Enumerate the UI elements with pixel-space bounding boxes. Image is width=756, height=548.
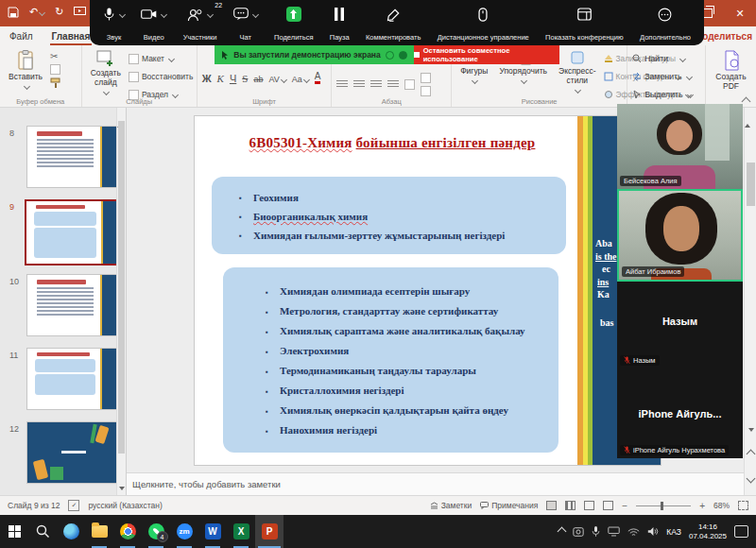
columns-icon[interactable] (404, 79, 415, 90)
cut-icon[interactable]: ✂ (50, 51, 60, 61)
create-pdf-button[interactable]: Создать PDF (711, 48, 751, 94)
stop-share-button[interactable]: Остановить совместное использование (414, 45, 559, 64)
scrollbar-thumb[interactable] (747, 163, 755, 206)
save-icon[interactable] (8, 7, 19, 18)
align-right-icon[interactable] (370, 80, 382, 89)
tray-volume-icon[interactable] (647, 526, 659, 537)
reading-view-button[interactable] (584, 501, 594, 510)
thumbnail-slide-11[interactable] (26, 348, 117, 410)
align-center-icon[interactable] (353, 80, 365, 89)
taskbar-zoom[interactable]: zm (170, 515, 198, 548)
remote-control-button[interactable]: Дистанционное управление (436, 4, 531, 43)
audio-menu-chevron[interactable] (119, 10, 126, 17)
annotate-button[interactable]: Комментировать (364, 4, 422, 43)
start-button[interactable] (0, 515, 28, 548)
video-menu-chevron[interactable] (161, 10, 167, 17)
scrollbar-thumb[interactable] (118, 121, 125, 454)
change-case-button[interactable]: Aa (292, 75, 309, 84)
undo-icon[interactable]: ↶ (29, 6, 44, 18)
align-text-icon[interactable] (421, 86, 431, 96)
previous-slide-button[interactable] (747, 450, 756, 459)
italic-button[interactable]: К (217, 73, 224, 84)
audio-button[interactable]: Звук (101, 4, 127, 43)
zoom-slider[interactable] (636, 505, 691, 506)
fit-to-window-button[interactable] (738, 501, 748, 510)
taskbar-edge[interactable] (57, 515, 85, 548)
thumbnail-slide-12[interactable] (26, 421, 117, 484)
video-button[interactable]: Видео (139, 4, 168, 43)
highlight-button[interactable]: ab (253, 75, 263, 84)
underline-button[interactable]: Ч (230, 73, 236, 84)
taskbar-word[interactable]: W (198, 515, 227, 548)
slideshow-icon[interactable] (74, 7, 86, 17)
format-painter-icon[interactable] (50, 77, 60, 90)
tray-expand-chevron[interactable] (558, 527, 567, 537)
new-slide-button[interactable]: Создать слайд (87, 48, 125, 96)
participants-menu-chevron[interactable] (207, 10, 214, 17)
zoom-out-button[interactable]: − (622, 501, 627, 511)
video-tile-active-speaker[interactable]: Айбат Ибраимов (617, 189, 743, 282)
main-vertical-scrollbar[interactable] (744, 108, 756, 495)
tab-file[interactable]: Файл (0, 26, 43, 45)
video-tile[interactable]: iPhone Айгуль... iPhone Айгуль Нурахмето… (617, 368, 743, 458)
layout-button[interactable]: Макет (129, 51, 193, 66)
video-tile[interactable]: Назым Назым (617, 282, 743, 368)
slide-9[interactable]: 6В05301-Химия бойынша енгізілген пәндер … (194, 115, 662, 466)
scroll-down-arrow[interactable] (748, 428, 754, 432)
taskbar-file-explorer[interactable] (85, 515, 113, 548)
character-spacing-button[interactable]: AV (268, 75, 285, 84)
thumbnail-scrollbar[interactable] (116, 108, 126, 495)
slide-content-box-1[interactable]: Геохимия Биоорганикалық химия Химиядан ғ… (212, 177, 566, 254)
slide-title[interactable]: 6В05301-Химия бойынша енгізілген пәндер (210, 135, 575, 151)
language-status[interactable]: русский (Казахстан) (88, 501, 162, 510)
taskbar-search-button[interactable] (28, 515, 57, 548)
font-color-button[interactable]: А (315, 71, 321, 84)
taskbar-whatsapp[interactable]: 4 (142, 515, 170, 548)
thumbnail-slide-10[interactable] (26, 274, 117, 336)
share-screen-button[interactable]: Поделиться (272, 4, 315, 43)
thumbnail-slide-8[interactable] (26, 126, 117, 188)
zoom-in-button[interactable]: + (699, 501, 705, 511)
find-button[interactable]: Найти (632, 51, 693, 66)
tray-mic-icon[interactable] (592, 525, 600, 538)
select-button[interactable]: Выделить (632, 87, 693, 102)
strikethrough-button[interactable]: S (242, 73, 248, 84)
paste-button[interactable]: Вставить (5, 48, 46, 91)
justify-icon[interactable] (387, 80, 399, 89)
slide-content-box-2[interactable]: Химиядан олимпиада есептерін шығару Метр… (223, 267, 558, 453)
tray-app-icon[interactable] (573, 526, 584, 538)
taskbar-clock[interactable]: 14:16 07.04.2025 (689, 522, 727, 541)
tray-network-icon[interactable] (627, 527, 640, 537)
video-tile[interactable]: Бейсекова Алия (617, 104, 743, 189)
text-direction-icon[interactable] (421, 73, 431, 83)
bold-button[interactable]: Ж (202, 73, 212, 84)
copy-icon[interactable] (50, 64, 60, 75)
show-meeting-button[interactable]: Показать конференцию (543, 4, 626, 43)
next-slide-button[interactable] (747, 474, 756, 484)
zoom-level[interactable]: 68% (713, 501, 730, 510)
scroll-up-arrow[interactable] (745, 108, 750, 128)
redo-icon[interactable]: ↻ (55, 6, 63, 18)
action-center-icon[interactable] (734, 525, 748, 538)
chat-menu-chevron[interactable] (252, 10, 259, 17)
slide-sorter-view-button[interactable] (565, 501, 576, 510)
taskbar-chrome[interactable] (113, 515, 142, 548)
close-window-button[interactable]: ✕ (724, 0, 756, 26)
replace-button[interactable]: Заменить (632, 69, 693, 84)
quick-styles-button[interactable]: Экспресс-стили (555, 48, 600, 94)
taskbar-excel[interactable]: X (227, 515, 255, 548)
participants-button[interactable]: 22 Участники (181, 4, 219, 43)
tray-display-icon[interactable] (608, 526, 620, 537)
more-button[interactable]: Дополнительно (638, 4, 693, 43)
pause-share-button[interactable]: Пауза (328, 4, 352, 43)
reset-button[interactable]: Восстановить (129, 69, 193, 84)
chat-button[interactable]: Чат (232, 4, 260, 43)
normal-view-button[interactable] (546, 501, 557, 510)
keyboard-language[interactable]: КАЗ (666, 527, 681, 537)
scroll-down-arrow[interactable] (119, 487, 125, 490)
zoom-slider-thumb[interactable] (661, 502, 663, 510)
notes-toggle[interactable]: Заметки (430, 498, 472, 513)
taskbar-powerpoint[interactable]: P (255, 515, 284, 548)
align-left-icon[interactable] (336, 80, 348, 89)
spellcheck-icon[interactable]: ✓ (68, 500, 79, 511)
